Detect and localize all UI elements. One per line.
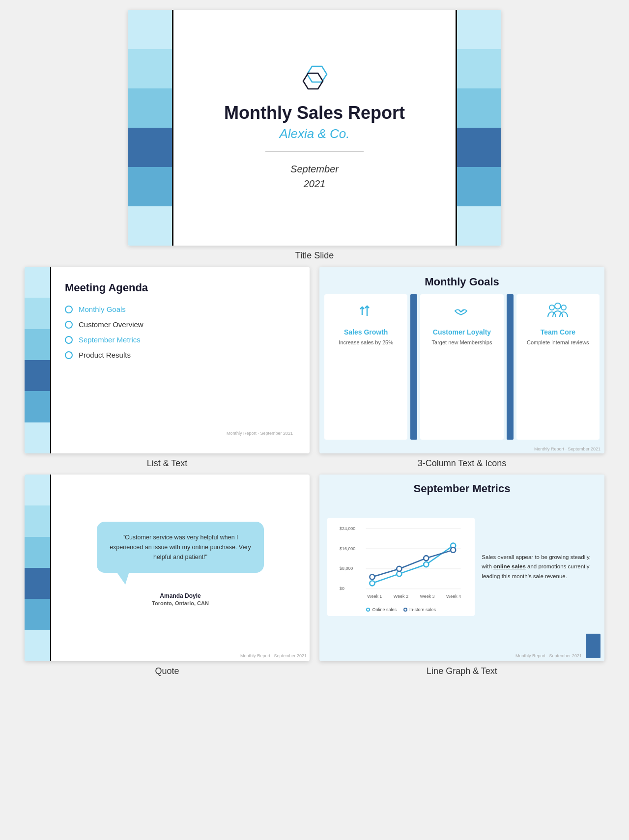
agenda-side-bars xyxy=(25,267,50,453)
list-item: Customer Overview xyxy=(65,320,296,329)
line-chart: $24,000 $16,000 $8,000 $0 xyxy=(332,524,470,605)
agenda-content: Meeting Agenda Monthly Goals Customer Ov… xyxy=(50,267,310,453)
metrics-blue-block xyxy=(586,634,600,658)
goal-2-name: Customer Loyalty xyxy=(433,328,491,336)
list-item-4: Product Results xyxy=(79,351,131,359)
svg-text:Week 3: Week 3 xyxy=(420,594,434,599)
quote-label: Quote xyxy=(155,666,179,676)
metrics-footer-row: Monthly Report · September 2021 xyxy=(319,634,604,661)
title-main: Monthly Sales Report xyxy=(224,103,405,123)
rbar-6 xyxy=(457,206,501,246)
title-slide: Monthly Sales Report Alexia & Co. Septem… xyxy=(128,10,501,246)
customer-loyalty-icon xyxy=(452,301,472,324)
agenda-title: Meeting Agenda xyxy=(65,281,296,294)
bar-6 xyxy=(128,206,172,246)
goals-columns: Sales Growth Increase sales by 25% xyxy=(319,294,604,445)
title-divider xyxy=(265,151,364,152)
svg-marker-0 xyxy=(307,66,327,82)
agenda-label: List & Text xyxy=(147,458,188,469)
title-slide-label: Title Slide xyxy=(295,251,334,261)
row-1: Meeting Agenda Monthly Goals Customer Ov… xyxy=(25,267,604,469)
legend-online-label: Online sales xyxy=(372,607,397,612)
goals-label: 3-Column Text & Icons xyxy=(418,458,507,469)
goal-1: Sales Growth Increase sales by 25% xyxy=(324,294,407,440)
svg-text:$16,000: $16,000 xyxy=(340,546,355,551)
svg-text:Week 4: Week 4 xyxy=(446,594,461,599)
right-side-bars xyxy=(457,10,501,246)
svg-point-19 xyxy=(370,574,374,579)
svg-text:$8,000: $8,000 xyxy=(340,566,353,571)
goals-footer: Monthly Report · September 2021 xyxy=(319,445,604,453)
metrics-footer: Monthly Report · September 2021 xyxy=(323,653,582,658)
svg-point-4 xyxy=(549,305,554,310)
svg-point-15 xyxy=(370,581,374,586)
quote-col: "Customer service was very helpful when … xyxy=(25,475,310,676)
row-2: "Customer service was very helpful when … xyxy=(25,475,604,676)
rbar-4 xyxy=(457,128,501,167)
instore-dot xyxy=(403,608,407,612)
svg-text:Week 2: Week 2 xyxy=(394,594,408,599)
list-item-3: September Metrics xyxy=(79,336,141,344)
svg-text:$0: $0 xyxy=(340,586,344,591)
quote-author: Amanda Doyle xyxy=(160,592,200,599)
metrics-slide: September Metrics $24,000 $16,000 $8,000… xyxy=(319,475,604,661)
goals-header: Monthly Goals xyxy=(319,267,604,294)
legend-instore: In-store sales xyxy=(403,607,436,612)
team-core-icon xyxy=(547,301,569,324)
rbar-5 xyxy=(457,167,501,206)
logo-icon xyxy=(297,64,332,96)
sales-growth-icon xyxy=(356,301,376,324)
goal-1-name: Sales Growth xyxy=(344,328,388,336)
quote-footer: Monthly Report · September 2021 xyxy=(51,653,310,661)
chart-area: $24,000 $16,000 $8,000 $0 xyxy=(327,518,475,616)
rbar-3 xyxy=(457,88,501,128)
rbar-1 xyxy=(457,10,501,49)
goal-3-name: Team Core xyxy=(541,328,575,336)
goals-slide: Monthly Goals Sales Growth xyxy=(319,267,604,453)
goal-divider-2 xyxy=(507,294,514,440)
metrics-col: September Metrics $24,000 $16,000 $8,000… xyxy=(319,475,604,676)
goal-3-desc: Complete internal reviews xyxy=(527,339,589,346)
metrics-body: $24,000 $16,000 $8,000 $0 xyxy=(319,500,604,634)
quote-content: "Customer service was very helpful when … xyxy=(51,475,310,653)
list-item-2: Customer Overview xyxy=(79,320,143,329)
svg-text:Week 1: Week 1 xyxy=(367,594,382,599)
chart-legend: Online sales In-store sales xyxy=(332,607,470,612)
online-dot xyxy=(366,608,370,612)
list-item: September Metrics xyxy=(65,336,296,344)
list-bullet-3 xyxy=(65,336,73,344)
metrics-label: Line Graph & Text xyxy=(427,666,497,676)
bar-1 xyxy=(128,10,172,49)
svg-point-21 xyxy=(424,556,429,560)
legend-instore-label: In-store sales xyxy=(409,607,436,612)
bar-4 xyxy=(128,128,172,167)
bar-2 xyxy=(128,49,172,88)
speech-bubble: "Customer service was very helpful when … xyxy=(97,522,264,573)
metrics-description: Sales overall appear to be growing stead… xyxy=(482,553,597,582)
svg-marker-1 xyxy=(303,73,323,89)
bar-3 xyxy=(128,88,172,128)
list-item: Product Results xyxy=(65,351,296,359)
rbar-2 xyxy=(457,49,501,88)
list-bullet-2 xyxy=(65,321,73,329)
agenda-items: Monthly Goals Customer Overview Septembe… xyxy=(65,305,296,359)
legend-online: Online sales xyxy=(366,607,397,612)
goals-title: Monthly Goals xyxy=(329,276,595,288)
svg-point-6 xyxy=(561,305,566,310)
list-bullet-4 xyxy=(65,351,73,359)
quote-location: Toronto, Ontario, CAN xyxy=(152,600,209,606)
title-slide-wrapper: Monthly Sales Report Alexia & Co. Septem… xyxy=(128,10,501,261)
title-center: Monthly Sales Report Alexia & Co. Septem… xyxy=(172,10,457,246)
list-bullet-1 xyxy=(65,306,73,313)
goal-3: Team Core Complete internal reviews xyxy=(516,294,600,440)
metrics-title: September Metrics xyxy=(329,482,595,495)
svg-point-17 xyxy=(424,562,429,567)
title-company: Alexia & Co. xyxy=(279,126,349,141)
agenda-slide: Meeting Agenda Monthly Goals Customer Ov… xyxy=(25,267,310,453)
goals-col: Monthly Goals Sales Growth xyxy=(319,267,604,469)
bar-5 xyxy=(128,167,172,206)
left-side-bars xyxy=(128,10,172,246)
quote-side-bars xyxy=(25,475,50,661)
goal-2: Customer Loyalty Target new Memberships xyxy=(420,294,503,440)
svg-point-20 xyxy=(397,566,401,571)
